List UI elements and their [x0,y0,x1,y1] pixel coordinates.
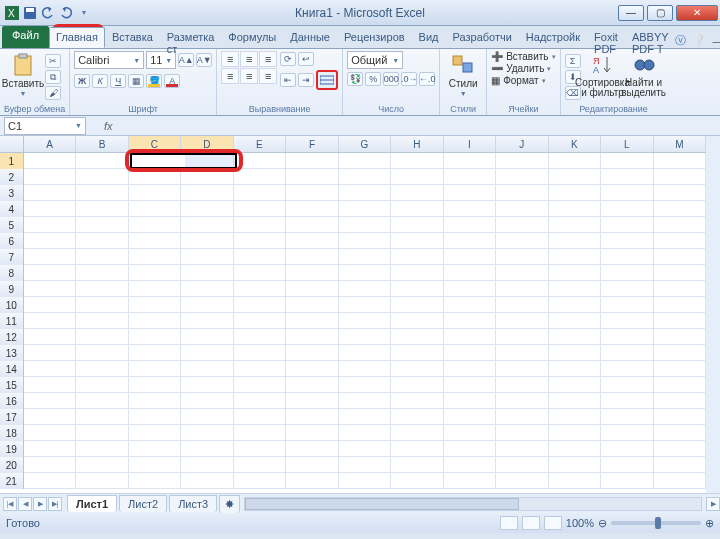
cell[interactable] [496,473,548,489]
cell[interactable] [391,441,443,457]
cell[interactable] [444,345,496,361]
cell[interactable] [496,185,548,201]
cell[interactable] [339,281,391,297]
cell[interactable] [76,169,128,185]
cell[interactable] [444,409,496,425]
cell[interactable] [339,153,391,169]
cell[interactable] [391,233,443,249]
cell[interactable] [654,361,706,377]
cell[interactable] [391,473,443,489]
cell[interactable] [181,265,233,281]
delete-cells-button[interactable]: ➖Удалить▾ [491,63,555,74]
cell[interactable] [129,249,181,265]
cell[interactable] [549,217,601,233]
cell[interactable] [181,185,233,201]
cell[interactable] [496,201,548,217]
tab-abbyy[interactable]: ABBYY PDF T [625,27,676,48]
cell[interactable] [234,457,286,473]
cell[interactable] [234,265,286,281]
cell[interactable] [601,169,653,185]
cell[interactable] [286,217,338,233]
cell[interactable] [286,425,338,441]
cell[interactable] [339,297,391,313]
orientation-icon[interactable]: ⟳ [280,52,296,66]
styles-button[interactable]: Стили ▼ [444,51,482,97]
cell[interactable] [234,281,286,297]
cell[interactable] [76,217,128,233]
cell[interactable] [654,297,706,313]
format-painter-icon[interactable]: 🖌 [45,86,61,100]
cell[interactable] [24,281,76,297]
cell[interactable] [181,393,233,409]
cell[interactable] [181,169,233,185]
cell[interactable] [339,377,391,393]
tab-file[interactable]: Файл [2,26,49,48]
cell[interactable] [76,473,128,489]
cell[interactable] [391,345,443,361]
cell[interactable] [496,265,548,281]
cell[interactable] [181,281,233,297]
merge-center-button[interactable] [316,70,338,90]
cell[interactable] [444,185,496,201]
cell[interactable] [129,201,181,217]
cell[interactable] [234,233,286,249]
paste-button[interactable]: Вставить ▼ [4,51,42,97]
cell[interactable] [339,201,391,217]
column-header-I[interactable]: I [444,136,496,152]
cell[interactable] [129,409,181,425]
align-bottom-icon[interactable]: ≡ [259,51,277,67]
cell[interactable] [286,409,338,425]
cell[interactable] [24,441,76,457]
cell[interactable] [234,345,286,361]
row-header-8[interactable]: 8 [0,265,24,281]
cell[interactable] [444,313,496,329]
cell[interactable] [391,425,443,441]
underline-button[interactable]: Ч [110,74,126,88]
cell[interactable] [549,249,601,265]
row-header-9[interactable]: 9 [0,281,24,297]
sheet-tab-3[interactable]: Лист3 [169,495,217,512]
new-sheet-button[interactable]: ✸ [219,495,240,513]
tab-developer[interactable]: Разработчи [446,27,519,48]
cell[interactable] [286,393,338,409]
cell[interactable] [391,265,443,281]
cell[interactable] [444,425,496,441]
cell[interactable] [391,329,443,345]
align-top-icon[interactable]: ≡ [221,51,239,67]
cell[interactable] [601,233,653,249]
cell[interactable] [391,393,443,409]
cell[interactable] [181,249,233,265]
cell[interactable] [391,201,443,217]
row-header-4[interactable]: 4 [0,201,24,217]
cell[interactable] [601,313,653,329]
cell[interactable] [181,153,233,169]
cell[interactable] [496,441,548,457]
cell[interactable] [234,297,286,313]
cell[interactable] [549,425,601,441]
row-header-7[interactable]: 7 [0,249,24,265]
cell[interactable] [601,425,653,441]
cell[interactable] [549,473,601,489]
cell[interactable] [601,441,653,457]
cell[interactable] [601,377,653,393]
cell[interactable] [181,361,233,377]
view-pagebreak-icon[interactable] [544,516,562,530]
indent-decrease-icon[interactable]: ⇤ [280,73,296,87]
cell[interactable] [24,313,76,329]
cell[interactable] [549,153,601,169]
column-header-A[interactable]: A [24,136,76,152]
cell[interactable] [654,345,706,361]
sheet-nav-last-icon[interactable]: ▶| [48,497,62,511]
cell[interactable] [234,185,286,201]
cell[interactable] [654,249,706,265]
column-header-K[interactable]: K [549,136,601,152]
column-header-E[interactable]: E [234,136,286,152]
cell[interactable] [444,249,496,265]
cell[interactable] [24,329,76,345]
cell[interactable] [496,329,548,345]
row-header-18[interactable]: 18 [0,425,24,441]
cell[interactable] [24,473,76,489]
cell[interactable] [234,441,286,457]
cell[interactable] [234,425,286,441]
cell[interactable] [129,169,181,185]
